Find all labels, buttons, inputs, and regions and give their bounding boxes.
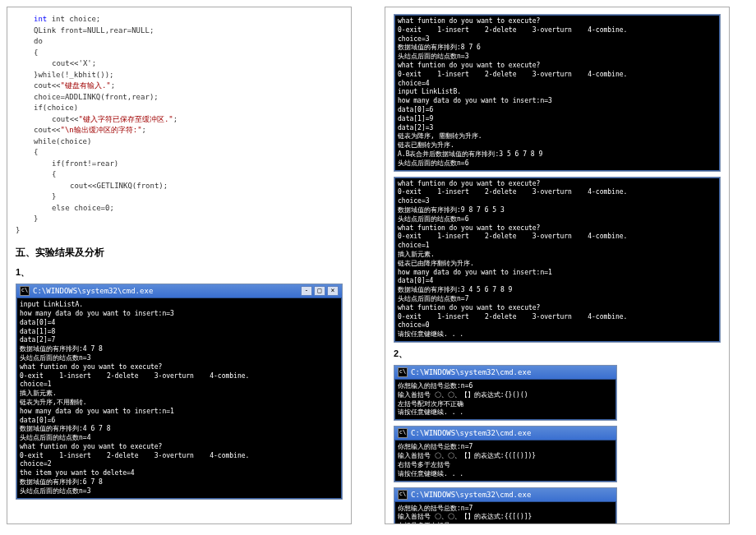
cmd-window-3: what funtion do you want to execute? 0-e… (394, 177, 721, 343)
cmd-output: 你想输入的括号总数:n=7 输入首括号 〇、〇、【】的表达式:{{[()]} 左… (394, 502, 616, 524)
code-line: QLink front=NULL,rear=NULL; (16, 25, 343, 37)
code-line: cout<<'X'; (16, 58, 343, 70)
cmd-titlebar: c\ C:\WINDOWS\system32\cmd.exe - □ × (16, 284, 342, 298)
cmd-icon: c\ (398, 367, 408, 377)
cmd-output: 你想输入的括号总数:n=6 输入首括号 〇、〇、【】的表达式:{}()() 左括… (394, 380, 616, 420)
code-line: }while(!_kbhit()); (16, 70, 343, 81)
cmd-title-text: C:\WINDOWS\system32\cmd.exe (411, 367, 531, 377)
cmd-window-5: c\ C:\WINDOWS\system32\cmd.exe 你想输入的括号总数… (394, 426, 617, 482)
section-title: 五、实验结果及分析 (16, 246, 343, 260)
cmd-titlebar: c\ C:\WINDOWS\system32\cmd.exe (394, 366, 616, 380)
source-code-block: int int choice; QLink front=NULL,rear=NU… (16, 14, 343, 236)
cmd-window-2: what funtion do you want to execute? 0-e… (394, 14, 721, 172)
code-line: } (16, 191, 343, 203)
code-line: int choice; (52, 15, 101, 23)
cmd-window-1: c\ C:\WINDOWS\system32\cmd.exe - □ × inp… (16, 284, 343, 500)
cmd-icon: c\ (398, 490, 408, 500)
cmd-icon: c\ (20, 286, 30, 296)
cmd-output: 你想输入的括号总数:n=7 输入首括号 〇、〇、【】的表达式:{([()])} … (394, 440, 616, 481)
minimize-button[interactable]: - (301, 286, 312, 296)
code-line: { (16, 147, 343, 159)
item-label-1: 1、 (16, 266, 343, 279)
cmd-title-text: C:\WINDOWS\system32\cmd.exe (411, 490, 531, 500)
cmd-titlebar: c\ C:\WINDOWS\system32\cmd.exe (394, 488, 616, 502)
code-line: } (16, 226, 20, 234)
cmd-titlebar: c\ C:\WINDOWS\system32\cmd.exe (394, 427, 616, 440)
code-line: { (16, 169, 343, 181)
code-line: while(choice) (16, 136, 343, 148)
code-line: else choice=0; (16, 203, 343, 214)
maximize-button[interactable]: □ (314, 286, 325, 296)
code-line: } (16, 214, 343, 225)
item-label-2: 2、 (394, 348, 721, 360)
cmd-icon: c\ (398, 428, 408, 438)
cmd-window-6: c\ C:\WINDOWS\system32\cmd.exe 你想输入的括号总数… (394, 487, 617, 524)
code-line: choice=ADDLINKQ(front,rear); (16, 92, 343, 104)
page-left: int int choice; QLink front=NULL,rear=NU… (7, 7, 352, 524)
cmd-title-text: C:\WINDOWS\system32\cmd.exe (33, 286, 153, 296)
cmd-output: what funtion do you want to execute? 0-e… (394, 178, 720, 342)
cmd-output: what funtion do you want to execute? 0-e… (394, 15, 720, 171)
code-line: if(choice) (16, 103, 343, 114)
cmd-window-4: c\ C:\WINDOWS\system32\cmd.exe 你想输入的括号总数… (394, 365, 617, 421)
code-line: if(front!=rear) (16, 159, 343, 170)
cmd-output: input LinkListA. how many data do you wa… (16, 298, 342, 499)
window-buttons: - □ × (301, 286, 339, 296)
code-line: { (16, 48, 343, 59)
code-line: do (16, 36, 343, 48)
page-right: what funtion do you want to execute? 0-e… (385, 7, 730, 524)
cmd-title-text: C:\WINDOWS\system32\cmd.exe (411, 428, 531, 438)
close-button[interactable]: × (327, 286, 339, 296)
code-line: cout<<GETLINKQ(front); (16, 181, 343, 192)
